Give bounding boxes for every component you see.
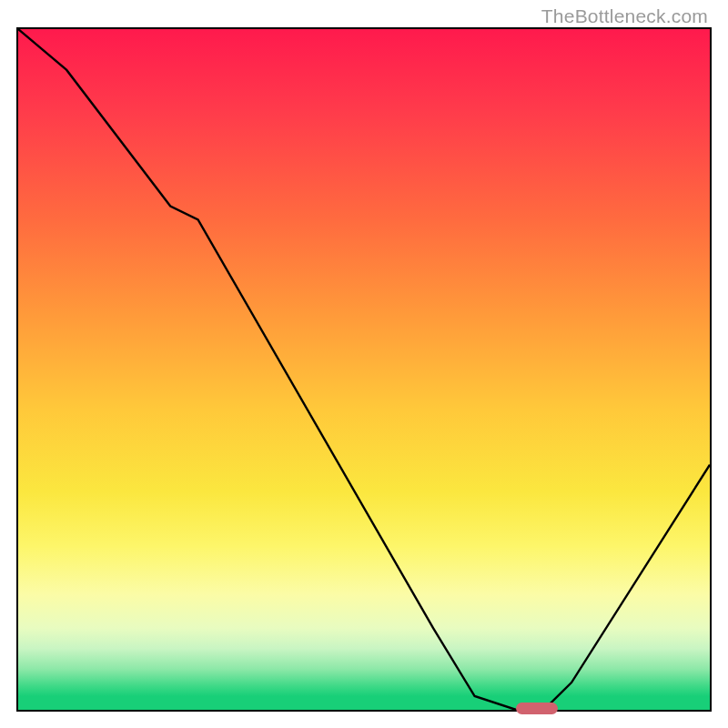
chart-curve	[18, 29, 710, 710]
optimal-marker	[516, 703, 558, 714]
bottleneck-line	[18, 29, 710, 710]
watermark-text: TheBottleneck.com	[541, 5, 708, 27]
chart-frame	[16, 27, 712, 712]
